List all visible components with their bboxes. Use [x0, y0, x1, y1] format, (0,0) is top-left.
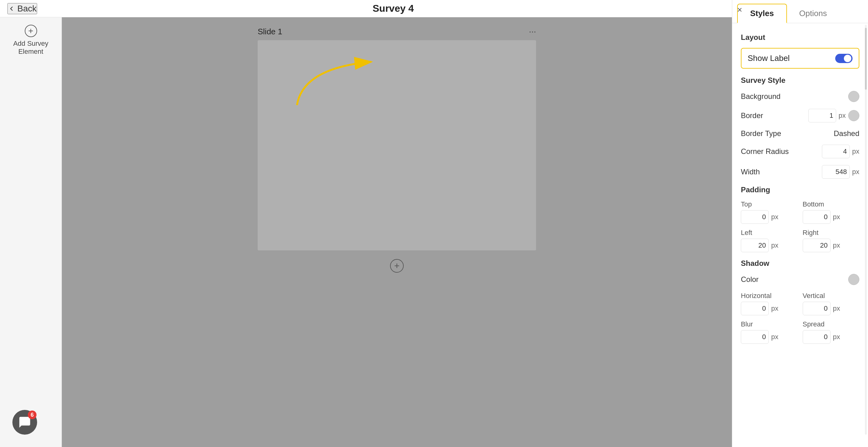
border-color-swatch[interactable]: [848, 110, 859, 121]
add-slide-icon: +: [394, 261, 400, 271]
tab-options[interactable]: Options: [787, 4, 840, 23]
shadow-color-row: Color: [741, 274, 859, 285]
survey-style-section-label: Survey Style: [741, 76, 859, 85]
corner-radius-unit: px: [852, 148, 859, 156]
shadow-blur-item: Blur px: [741, 320, 798, 344]
slide-header: Slide 1 ···: [258, 27, 536, 36]
shadow-horizontal-row: px: [741, 302, 798, 315]
add-slide-button[interactable]: +: [390, 259, 404, 273]
back-label: Back: [17, 4, 36, 13]
shadow-spread-item: Spread px: [803, 320, 860, 344]
shadow-blur-label: Blur: [741, 320, 798, 328]
show-label-toggle[interactable]: [835, 54, 852, 63]
chat-badge: 6: [28, 411, 36, 419]
corner-radius-label: Corner Radius: [741, 147, 789, 156]
back-button[interactable]: Back: [7, 3, 37, 14]
shadow-vertical-label: Vertical: [803, 292, 860, 300]
right-panel-scrollbar[interactable]: [865, 25, 867, 435]
shadow-color-swatch[interactable]: [848, 274, 859, 285]
shadow-spread-row: px: [803, 330, 860, 344]
shadow-spread-label: Spread: [803, 320, 860, 328]
shadow-horizontal-unit: px: [771, 305, 778, 313]
padding-left-unit: px: [771, 242, 778, 250]
padding-left-label: Left: [741, 229, 798, 237]
width-value-group: px: [822, 165, 859, 179]
width-input[interactable]: [822, 165, 850, 179]
border-type-value-group: Dashed: [834, 129, 859, 138]
padding-right-item: Right px: [803, 229, 860, 252]
border-value-group: px: [808, 109, 859, 122]
shadow-vertical-input[interactable]: [803, 302, 831, 315]
shadow-vertical-row: px: [803, 302, 860, 315]
padding-right-input[interactable]: [803, 238, 831, 252]
padding-grid: Top px Bottom px Left px: [741, 200, 859, 252]
padding-right-unit: px: [833, 242, 840, 250]
show-label-text: Show Label: [748, 54, 790, 63]
padding-bottom-row: px: [803, 210, 860, 224]
shadow-color-label: Color: [741, 275, 758, 284]
slide-canvas: [258, 40, 536, 250]
shadow-spread-unit: px: [833, 333, 840, 341]
padding-section-label: Padding: [741, 186, 859, 194]
slide-options-button[interactable]: ···: [529, 27, 536, 36]
shadow-vertical-unit: px: [833, 305, 840, 313]
slide-title: Slide 1: [258, 27, 282, 36]
border-type-row: Border Type Dashed: [741, 129, 859, 138]
add-icon: +: [25, 25, 37, 37]
shadow-horizontal-label: Horizontal: [741, 292, 798, 300]
border-type-label: Border Type: [741, 129, 781, 138]
padding-bottom-input[interactable]: [803, 210, 831, 224]
border-label: Border: [741, 111, 763, 120]
shadow-blur-input[interactable]: [741, 330, 769, 344]
shadow-section-label: Shadow: [741, 259, 859, 268]
layout-section-label: Layout: [741, 33, 859, 42]
shadow-hv-grid: Horizontal px Vertical px Blur px: [741, 292, 859, 344]
background-label: Background: [741, 92, 780, 101]
padding-top-row: px: [741, 210, 798, 224]
shadow-horizontal-input[interactable]: [741, 302, 769, 315]
width-row: Width px: [741, 165, 859, 179]
shadow-horizontal-item: Horizontal px: [741, 292, 798, 315]
width-label: Width: [741, 167, 760, 176]
padding-bottom-item: Bottom px: [803, 200, 860, 224]
tab-styles[interactable]: Styles: [737, 4, 787, 23]
left-sidebar: + Add Survey Element: [0, 17, 62, 447]
shadow-vertical-item: Vertical px: [803, 292, 860, 315]
padding-left-row: px: [741, 238, 798, 252]
padding-right-row: px: [803, 238, 860, 252]
chat-bubble-button[interactable]: 6: [12, 410, 37, 435]
width-unit: px: [852, 168, 859, 176]
padding-top-label: Top: [741, 200, 798, 209]
corner-radius-row: Corner Radius px: [741, 145, 859, 158]
shadow-spread-input[interactable]: [803, 330, 831, 344]
right-panel: × Styles Options Layout Show Label Surve…: [732, 0, 868, 447]
padding-left-item: Left px: [741, 229, 798, 252]
shadow-blur-unit: px: [771, 333, 778, 341]
padding-top-unit: px: [771, 213, 778, 221]
corner-radius-input[interactable]: [822, 145, 850, 158]
padding-top-item: Top px: [741, 200, 798, 224]
padding-top-input[interactable]: [741, 210, 769, 224]
corner-radius-value-group: px: [822, 145, 859, 158]
show-label-row: Show Label: [741, 48, 859, 69]
background-color-swatch[interactable]: [848, 91, 859, 102]
shadow-blur-row: px: [741, 330, 798, 344]
panel-close-button[interactable]: ×: [737, 5, 742, 15]
padding-bottom-label: Bottom: [803, 200, 860, 209]
add-survey-element-label: Add Survey Element: [0, 39, 62, 56]
padding-left-input[interactable]: [741, 238, 769, 252]
border-type-value: Dashed: [834, 129, 859, 138]
panel-tabs: Styles Options: [732, 0, 868, 23]
background-row: Background: [741, 91, 859, 102]
page-title: Survey 4: [37, 3, 749, 14]
scrollbar-thumb[interactable]: [865, 28, 867, 90]
shadow-color-value-group: [848, 274, 859, 285]
padding-bottom-unit: px: [833, 213, 840, 221]
background-value-group: [848, 91, 859, 102]
border-input[interactable]: [808, 109, 836, 122]
add-survey-element-button[interactable]: + Add Survey Element: [0, 25, 62, 56]
padding-right-label: Right: [803, 229, 860, 237]
panel-content: Layout Show Label Survey Style Backgroun…: [732, 23, 868, 447]
border-unit: px: [839, 111, 846, 120]
border-row: Border px: [741, 109, 859, 122]
